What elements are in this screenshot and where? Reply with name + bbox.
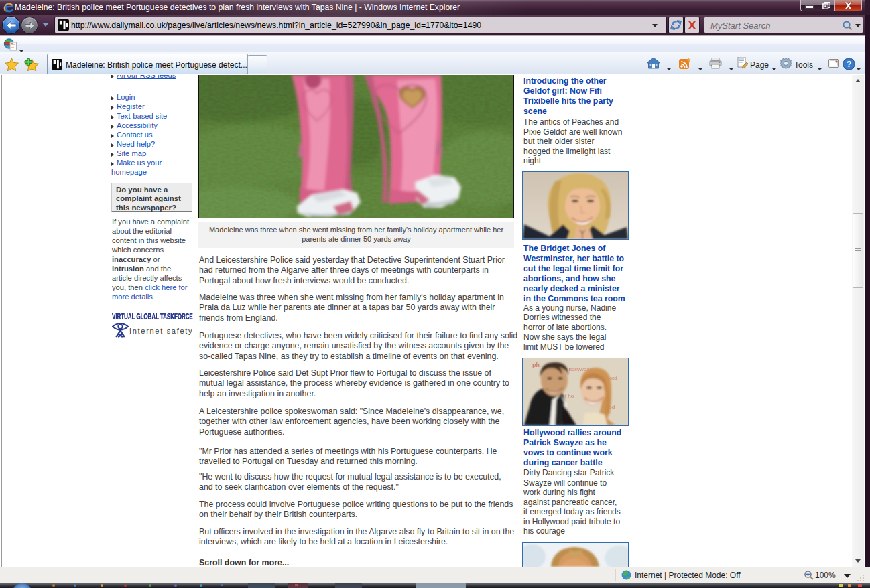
svg-text:?: ? xyxy=(847,60,852,69)
svg-text:ph: ph xyxy=(532,362,540,368)
